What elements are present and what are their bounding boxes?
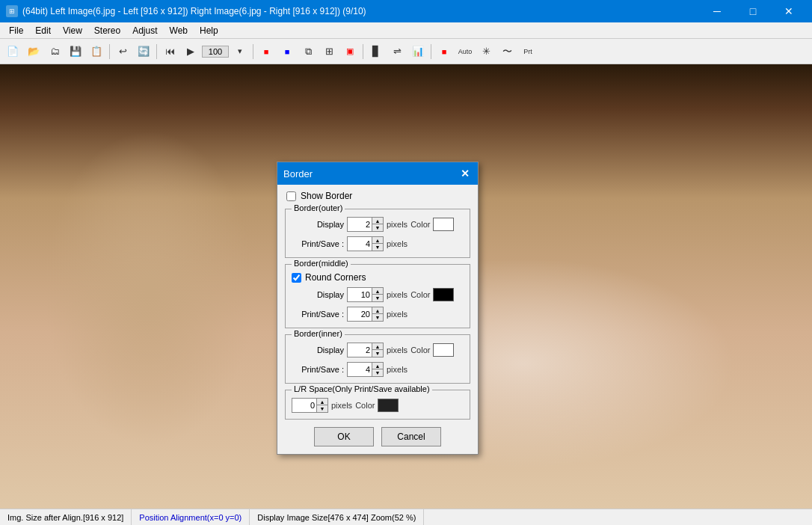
middle-print-label: Print/Save : bbox=[292, 310, 344, 319]
middle-display-spin-down[interactable]: ▼ bbox=[372, 295, 383, 301]
middle-print-row: Print/Save : 20 ▲ ▼ pixels bbox=[292, 307, 464, 322]
border-middle-group: Border(middle) Round Corners Display 10 … bbox=[285, 264, 470, 328]
show-border-row: Show Border bbox=[285, 191, 470, 201]
menu-stereo[interactable]: Stereo bbox=[88, 24, 126, 37]
menu-adjust[interactable]: Adjust bbox=[126, 24, 163, 37]
round-corners-checkbox[interactable] bbox=[292, 273, 301, 283]
toolbar-scan[interactable]: ⇌ bbox=[387, 42, 407, 61]
inner-print-label: Print/Save : bbox=[292, 365, 344, 374]
cancel-button[interactable]: Cancel bbox=[381, 427, 441, 446]
toolbar-asterisk[interactable]: ✳ bbox=[476, 42, 496, 61]
outer-display-row: Display 2 ▲ ▼ pixels Color bbox=[292, 217, 464, 232]
middle-print-spin-buttons: ▲ ▼ bbox=[372, 307, 383, 321]
toolbar-split[interactable]: ⧉ bbox=[298, 42, 318, 61]
middle-print-spin-up[interactable]: ▲ bbox=[372, 307, 383, 314]
border-dialog: Border ✕ Show Border Border(outer) Displ… bbox=[277, 162, 479, 455]
lr-space-label: L/R Space(Only Print/Save available) bbox=[292, 384, 432, 393]
lr-space-spin-up[interactable]: ▲ bbox=[317, 399, 327, 405]
dialog-content: Show Border Border(outer) Display 2 ▲ ▼ … bbox=[277, 185, 478, 454]
status-display-size: Display Image Size[476 x 474] Zoom(52 %) bbox=[257, 513, 416, 522]
show-border-checkbox[interactable] bbox=[286, 191, 296, 201]
status-section-3: Display Image Size[476 x 474] Zoom(52 %) bbox=[250, 509, 424, 525]
toolbar-color1[interactable]: ■ bbox=[256, 42, 276, 61]
toolbar-open2[interactable]: 🗂 bbox=[45, 42, 64, 61]
toolbar-save[interactable]: 💾 bbox=[66, 42, 85, 61]
maximize-button[interactable]: □ bbox=[736, 0, 770, 22]
inner-display-label: Display bbox=[292, 346, 344, 354]
toolbar-auto[interactable]: Auto bbox=[455, 42, 475, 61]
middle-display-input[interactable]: 10 bbox=[348, 288, 372, 301]
inner-print-input[interactable]: 4 bbox=[348, 363, 372, 376]
dialog-close-button[interactable]: ✕ bbox=[458, 167, 472, 180]
outer-print-spinbox: 4 ▲ ▼ bbox=[347, 236, 384, 251]
middle-print-spinbox: 20 ▲ ▼ bbox=[347, 307, 384, 322]
sep4 bbox=[363, 44, 363, 59]
middle-print-input[interactable]: 20 bbox=[348, 307, 372, 321]
toolbar-left[interactable]: ⏮ bbox=[160, 42, 179, 61]
zoom-dropdown[interactable]: ▾ bbox=[230, 42, 250, 61]
inner-display-input[interactable]: 2 bbox=[348, 343, 372, 357]
inner-print-spin-down[interactable]: ▼ bbox=[372, 369, 383, 376]
inner-display-spin-buttons: ▲ ▼ bbox=[372, 343, 383, 357]
border-inner-group: Border(inner) Display 2 ▲ ▼ pixels Color bbox=[285, 334, 470, 384]
toolbar-red[interactable]: ■ bbox=[434, 42, 454, 61]
toolbar-hist[interactable]: 📊 bbox=[408, 42, 428, 61]
minimize-button[interactable]: ─ bbox=[700, 0, 734, 22]
middle-print-pixels: pixels bbox=[387, 310, 407, 319]
middle-display-spin-buttons: ▲ ▼ bbox=[372, 288, 383, 301]
status-section-1: Img. Size after Align.[916 x 912] bbox=[0, 509, 132, 525]
toolbar-wave[interactable]: 〜 bbox=[497, 42, 517, 61]
outer-display-input[interactable]: 2 bbox=[348, 218, 372, 231]
toolbar-color2[interactable]: ■ bbox=[277, 42, 297, 61]
inner-print-pixels: pixels bbox=[387, 365, 407, 374]
outer-display-spin-buttons: ▲ ▼ bbox=[372, 218, 383, 231]
toolbar-color3[interactable]: ▣ bbox=[340, 42, 360, 61]
titlebar-controls: ─ □ ✕ bbox=[700, 0, 806, 22]
inner-color-box[interactable] bbox=[433, 343, 454, 357]
menu-view[interactable]: View bbox=[57, 24, 88, 37]
ok-button[interactable]: OK bbox=[314, 427, 374, 446]
main-area: Border ✕ Show Border Border(outer) Displ… bbox=[0, 64, 812, 512]
outer-display-spin-down[interactable]: ▼ bbox=[372, 224, 383, 231]
menubar: File Edit View Stereo Adjust Web Help bbox=[0, 22, 812, 39]
outer-print-input[interactable]: 4 bbox=[348, 237, 372, 251]
round-corners-label: Round Corners bbox=[305, 272, 366, 283]
menu-help[interactable]: Help bbox=[194, 24, 224, 37]
outer-color-box[interactable] bbox=[433, 218, 454, 231]
middle-color-label: Color bbox=[410, 290, 430, 299]
lr-color-box[interactable] bbox=[378, 399, 399, 412]
app-icon: ⊞ bbox=[6, 5, 18, 17]
toolbar-rotate[interactable]: 🔄 bbox=[134, 42, 153, 61]
toolbar-open[interactable]: 📂 bbox=[24, 42, 43, 61]
dialog-buttons: OK Cancel bbox=[285, 427, 470, 446]
middle-display-spin-up[interactable]: ▲ bbox=[372, 288, 383, 295]
window-close-button[interactable]: ✕ bbox=[772, 0, 806, 22]
menu-file[interactable]: File bbox=[3, 24, 29, 37]
inner-display-spin-down[interactable]: ▼ bbox=[372, 350, 383, 357]
lr-space-spin-down[interactable]: ▼ bbox=[317, 405, 327, 412]
toolbar-undo[interactable]: ↩ bbox=[113, 42, 132, 61]
menu-edit[interactable]: Edit bbox=[29, 24, 57, 37]
sep3 bbox=[253, 44, 253, 59]
menu-web[interactable]: Web bbox=[164, 24, 194, 37]
toolbar-grid[interactable]: ⊞ bbox=[319, 42, 339, 61]
lr-space-input[interactable]: 0 bbox=[292, 399, 316, 412]
toolbar-play[interactable]: ▶ bbox=[181, 42, 200, 61]
outer-display-spinbox: 2 ▲ ▼ bbox=[347, 217, 384, 232]
border-outer-label: Border(outer) bbox=[292, 203, 345, 212]
toolbar-new[interactable]: 📄 bbox=[3, 42, 22, 61]
inner-print-spin-up[interactable]: ▲ bbox=[372, 363, 383, 369]
border-outer-group: Border(outer) Display 2 ▲ ▼ pixels Color bbox=[285, 209, 470, 258]
toolbar-bar[interactable]: ▊ bbox=[366, 42, 386, 61]
toolbar-prt[interactable]: Prt bbox=[518, 42, 538, 61]
outer-print-spin-down[interactable]: ▼ bbox=[372, 244, 383, 251]
inner-display-spin-up[interactable]: ▲ bbox=[372, 343, 383, 350]
outer-print-row: Print/Save : 4 ▲ ▼ pixels bbox=[292, 236, 464, 251]
middle-display-label: Display bbox=[292, 290, 344, 299]
outer-print-spin-up[interactable]: ▲ bbox=[372, 237, 383, 244]
outer-display-spin-up[interactable]: ▲ bbox=[372, 218, 383, 224]
middle-color-box[interactable] bbox=[433, 288, 454, 301]
toolbar-save2[interactable]: 📋 bbox=[87, 42, 106, 61]
middle-print-spin-down[interactable]: ▼ bbox=[372, 314, 383, 321]
round-corners-row: Round Corners bbox=[292, 272, 464, 283]
